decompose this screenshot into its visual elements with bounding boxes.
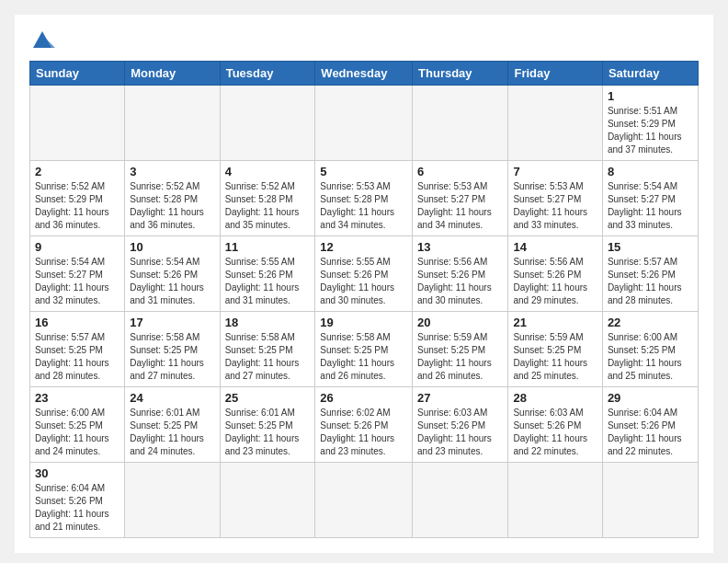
calendar-cell: 10Sunrise: 5:54 AM Sunset: 5:26 PM Dayli… — [125, 236, 220, 312]
day-info: Sunrise: 5:57 AM Sunset: 5:26 PM Dayligh… — [608, 256, 693, 307]
calendar-cell: 30Sunrise: 6:04 AM Sunset: 5:26 PM Dayli… — [30, 463, 125, 538]
day-info: Sunrise: 5:59 AM Sunset: 5:25 PM Dayligh… — [417, 331, 503, 383]
calendar-cell: 19Sunrise: 5:58 AM Sunset: 5:25 PM Dayli… — [315, 312, 413, 387]
calendar-cell: 29Sunrise: 6:04 AM Sunset: 5:26 PM Dayli… — [602, 387, 698, 463]
day-info: Sunrise: 5:58 AM Sunset: 5:25 PM Dayligh… — [130, 331, 214, 383]
day-number: 30 — [35, 466, 119, 480]
day-info: Sunrise: 6:01 AM Sunset: 5:25 PM Dayligh… — [130, 407, 214, 458]
week-row-1: 2Sunrise: 5:52 AM Sunset: 5:29 PM Daylig… — [30, 161, 699, 236]
day-info: Sunrise: 6:03 AM Sunset: 5:26 PM Dayligh… — [417, 407, 503, 458]
calendar-cell — [315, 463, 413, 538]
day-info: Sunrise: 5:59 AM Sunset: 5:25 PM Dayligh… — [513, 331, 597, 383]
calendar-cell: 2Sunrise: 5:52 AM Sunset: 5:29 PM Daylig… — [30, 161, 125, 236]
day-number: 5 — [320, 165, 407, 178]
header — [29, 29, 699, 50]
week-row-2: 9Sunrise: 5:54 AM Sunset: 5:27 PM Daylig… — [30, 236, 699, 312]
day-number: 4 — [225, 165, 311, 178]
day-number: 8 — [608, 165, 693, 178]
calendar-cell: 6Sunrise: 5:53 AM Sunset: 5:27 PM Daylig… — [413, 161, 508, 236]
calendar-cell — [125, 86, 220, 161]
day-info: Sunrise: 5:51 AM Sunset: 5:29 PM Dayligh… — [608, 105, 693, 156]
day-number: 18 — [225, 316, 311, 329]
day-info: Sunrise: 6:03 AM Sunset: 5:26 PM Dayligh… — [513, 407, 597, 458]
day-info: Sunrise: 6:00 AM Sunset: 5:25 PM Dayligh… — [35, 407, 119, 458]
day-number: 25 — [225, 391, 311, 405]
calendar-cell: 3Sunrise: 5:52 AM Sunset: 5:28 PM Daylig… — [125, 161, 220, 236]
calendar-cell: 8Sunrise: 5:54 AM Sunset: 5:27 PM Daylig… — [602, 161, 698, 236]
day-number: 24 — [130, 391, 214, 405]
calendar-cell — [30, 86, 125, 161]
calendar-cell: 28Sunrise: 6:03 AM Sunset: 5:26 PM Dayli… — [508, 387, 602, 463]
calendar-cell: 21Sunrise: 5:59 AM Sunset: 5:25 PM Dayli… — [508, 312, 602, 387]
week-row-3: 16Sunrise: 5:57 AM Sunset: 5:25 PM Dayli… — [30, 312, 699, 387]
day-number: 1 — [608, 89, 693, 103]
weekday-header-thursday: Thursday — [413, 62, 508, 86]
week-row-5: 30Sunrise: 6:04 AM Sunset: 5:26 PM Dayli… — [30, 463, 699, 538]
day-info: Sunrise: 6:00 AM Sunset: 5:25 PM Dayligh… — [608, 331, 693, 383]
day-number: 28 — [513, 391, 597, 405]
day-info: Sunrise: 5:52 AM Sunset: 5:29 PM Dayligh… — [35, 180, 119, 232]
logo-icon — [29, 29, 55, 50]
day-number: 21 — [513, 316, 597, 329]
calendar-cell: 25Sunrise: 6:01 AM Sunset: 5:25 PM Dayli… — [220, 387, 315, 463]
calendar-cell: 15Sunrise: 5:57 AM Sunset: 5:26 PM Dayli… — [602, 236, 698, 312]
calendar-table: SundayMondayTuesdayWednesdayThursdayFrid… — [29, 61, 699, 538]
day-info: Sunrise: 5:53 AM Sunset: 5:27 PM Dayligh… — [417, 180, 503, 232]
calendar-cell: 20Sunrise: 5:59 AM Sunset: 5:25 PM Dayli… — [413, 312, 508, 387]
day-number: 3 — [130, 165, 214, 178]
day-info: Sunrise: 6:04 AM Sunset: 5:26 PM Dayligh… — [35, 482, 119, 534]
calendar-cell — [315, 86, 413, 161]
calendar-cell: 27Sunrise: 6:03 AM Sunset: 5:26 PM Dayli… — [413, 387, 508, 463]
day-number: 23 — [35, 391, 119, 405]
calendar-cell — [602, 463, 698, 538]
day-info: Sunrise: 5:53 AM Sunset: 5:28 PM Dayligh… — [320, 180, 407, 232]
calendar-cell — [508, 86, 602, 161]
weekday-header-wednesday: Wednesday — [315, 62, 413, 86]
calendar-cell: 18Sunrise: 5:58 AM Sunset: 5:25 PM Dayli… — [220, 312, 315, 387]
day-number: 16 — [35, 316, 119, 329]
day-info: Sunrise: 5:56 AM Sunset: 5:26 PM Dayligh… — [417, 256, 503, 307]
calendar-cell: 5Sunrise: 5:53 AM Sunset: 5:28 PM Daylig… — [315, 161, 413, 236]
calendar-cell: 22Sunrise: 6:00 AM Sunset: 5:25 PM Dayli… — [602, 312, 698, 387]
day-number: 2 — [35, 165, 119, 178]
calendar-cell — [413, 463, 508, 538]
week-row-4: 23Sunrise: 6:00 AM Sunset: 5:25 PM Dayli… — [30, 387, 699, 463]
day-info: Sunrise: 6:01 AM Sunset: 5:25 PM Dayligh… — [225, 407, 311, 458]
calendar-cell: 1Sunrise: 5:51 AM Sunset: 5:29 PM Daylig… — [602, 86, 698, 161]
day-number: 27 — [417, 391, 503, 405]
day-number: 7 — [513, 165, 597, 178]
day-number: 17 — [130, 316, 214, 329]
day-number: 9 — [35, 240, 119, 254]
day-number: 6 — [417, 165, 503, 178]
day-info: Sunrise: 5:52 AM Sunset: 5:28 PM Dayligh… — [130, 180, 214, 232]
day-number: 19 — [320, 316, 407, 329]
calendar-cell — [508, 463, 602, 538]
day-number: 20 — [417, 316, 503, 329]
week-row-0: 1Sunrise: 5:51 AM Sunset: 5:29 PM Daylig… — [30, 86, 699, 161]
weekday-header-row: SundayMondayTuesdayWednesdayThursdayFrid… — [30, 62, 699, 86]
day-number: 11 — [225, 240, 311, 254]
day-info: Sunrise: 5:55 AM Sunset: 5:26 PM Dayligh… — [320, 256, 407, 307]
calendar-cell: 24Sunrise: 6:01 AM Sunset: 5:25 PM Dayli… — [125, 387, 220, 463]
day-info: Sunrise: 5:58 AM Sunset: 5:25 PM Dayligh… — [225, 331, 311, 383]
day-number: 10 — [130, 240, 214, 254]
calendar-cell: 26Sunrise: 6:02 AM Sunset: 5:26 PM Dayli… — [315, 387, 413, 463]
day-number: 14 — [513, 240, 597, 254]
calendar-cell: 16Sunrise: 5:57 AM Sunset: 5:25 PM Dayli… — [30, 312, 125, 387]
calendar-cell: 23Sunrise: 6:00 AM Sunset: 5:25 PM Dayli… — [30, 387, 125, 463]
calendar-cell — [220, 86, 315, 161]
day-info: Sunrise: 5:57 AM Sunset: 5:25 PM Dayligh… — [35, 331, 119, 383]
day-info: Sunrise: 5:56 AM Sunset: 5:26 PM Dayligh… — [513, 256, 597, 307]
day-info: Sunrise: 5:54 AM Sunset: 5:26 PM Dayligh… — [130, 256, 214, 307]
calendar-cell: 12Sunrise: 5:55 AM Sunset: 5:26 PM Dayli… — [315, 236, 413, 312]
day-info: Sunrise: 5:52 AM Sunset: 5:28 PM Dayligh… — [225, 180, 311, 232]
day-number: 26 — [320, 391, 407, 405]
day-info: Sunrise: 5:54 AM Sunset: 5:27 PM Dayligh… — [35, 256, 119, 307]
weekday-header-friday: Friday — [508, 62, 602, 86]
weekday-header-sunday: Sunday — [30, 62, 125, 86]
day-number: 29 — [608, 391, 693, 405]
calendar-cell — [413, 86, 508, 161]
weekday-header-saturday: Saturday — [602, 62, 698, 86]
day-info: Sunrise: 6:02 AM Sunset: 5:26 PM Dayligh… — [320, 407, 407, 458]
weekday-header-tuesday: Tuesday — [220, 62, 315, 86]
